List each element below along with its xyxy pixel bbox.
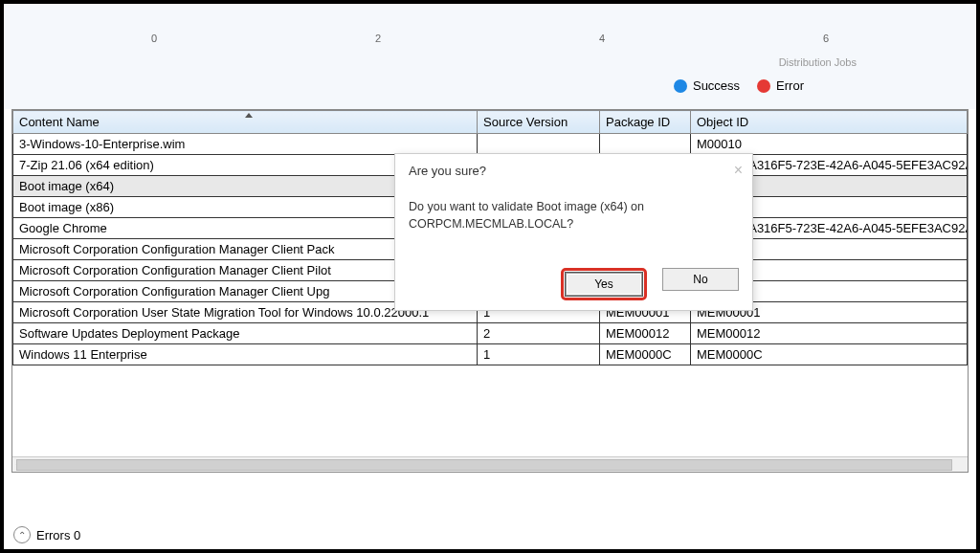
cell-sv: 1 [478, 344, 600, 365]
chart-area: 0 2 4 6 Distribution Jobs Success Error [4, 4, 976, 109]
dialog-buttons: Yes No [561, 268, 739, 300]
table-row[interactable]: Windows 11 Enterprise1MEM0000CMEM0000C [13, 344, 968, 365]
cell-name: Windows 11 Enterprise [13, 344, 478, 365]
chevron-up-icon[interactable]: ⌃ [13, 526, 31, 543]
legend-error-label: Error [776, 78, 804, 93]
status-bar: ⌃ Errors 0 [13, 526, 80, 543]
app-window: 0 2 4 6 Distribution Jobs Success Error … [0, 0, 980, 553]
cell-sv: 2 [478, 323, 600, 344]
cell-name: Software Updates Deployment Package [13, 323, 478, 344]
table-row[interactable]: Software Updates Deployment Package2MEM0… [13, 323, 968, 344]
horizontal-scrollbar[interactable]: ◄ [12, 456, 968, 472]
dialog-text-line2: CORPCM.MECMLAB.LOCAL? [409, 216, 739, 233]
cell-obj: MEM0000C [691, 344, 968, 365]
yes-button-highlight: Yes [561, 268, 647, 300]
cell-name: 3-Windows-10-Enterprise.wim [13, 134, 478, 155]
axis-tick: 4 [592, 33, 612, 44]
cell-obj: MEM00012 [691, 323, 968, 344]
legend-success: Success [674, 78, 740, 93]
chart-title: Distribution Jobs [779, 56, 857, 68]
table-header-row: Content Name Source Version Package ID O… [13, 111, 968, 134]
axis-tick: 6 [816, 33, 835, 44]
x-axis-labels: 0 2 4 6 [4, 33, 976, 44]
yes-button[interactable]: Yes [566, 273, 642, 296]
axis-tick: 0 [145, 33, 164, 44]
dialog-body: Do you want to validate Boot image (x64)… [395, 182, 752, 242]
chart-legend: Success Error [674, 78, 804, 93]
dialog-title: Are you sure? [395, 154, 752, 182]
confirm-dialog: Are you sure? × Do you want to validate … [394, 153, 753, 311]
error-dot-icon [757, 79, 770, 93]
col-source-version[interactable]: Source Version [478, 111, 600, 134]
close-icon[interactable]: × [734, 162, 743, 179]
legend-error: Error [757, 78, 804, 93]
axis-tick: 2 [368, 33, 388, 44]
col-object-id[interactable]: Object ID [691, 111, 968, 134]
no-button[interactable]: No [662, 268, 739, 291]
col-package-id[interactable]: Package ID [600, 111, 691, 134]
cell-pkg: MEM0000C [600, 344, 691, 365]
errors-count: Errors 0 [36, 528, 80, 542]
dialog-text-line1: Do you want to validate Boot image (x64)… [409, 199, 739, 216]
cell-pkg: MEM00012 [600, 323, 691, 344]
cell-obj: M00010 [691, 134, 968, 155]
cell-sv [478, 134, 600, 155]
col-content-name[interactable]: Content Name [13, 111, 478, 134]
scrollbar-thumb[interactable] [16, 459, 952, 471]
success-dot-icon [674, 79, 687, 93]
legend-success-label: Success [693, 78, 740, 93]
table-row[interactable]: 3-Windows-10-Enterprise.wimM00010 [13, 134, 968, 155]
cell-pkg [600, 134, 691, 155]
